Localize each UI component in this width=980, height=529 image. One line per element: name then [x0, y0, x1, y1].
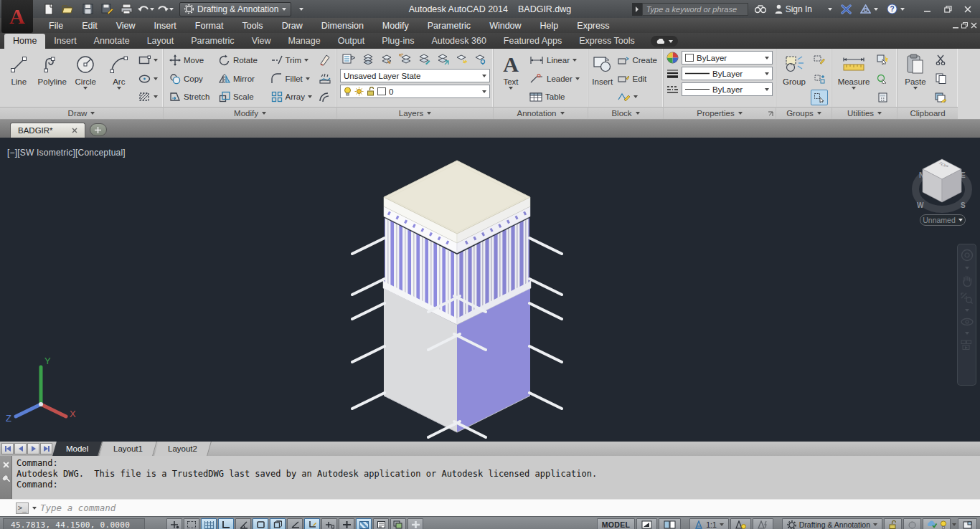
annotation-autoscale-button[interactable] [753, 518, 773, 529]
sign-in-dropdown-arrow[interactable] [828, 8, 832, 11]
help-search-input[interactable] [642, 3, 748, 16]
arc-button[interactable]: Arc [103, 51, 136, 106]
line-button[interactable]: Line [3, 51, 35, 106]
command-input[interactable] [40, 502, 980, 513]
trusted-dwg-icon[interactable] [926, 520, 938, 529]
workspace-switcher[interactable]: Drafting & Annotation [179, 2, 291, 16]
menu-format[interactable]: Format [187, 19, 232, 32]
qat-customize-button[interactable] [293, 2, 310, 16]
layer-previous-button[interactable] [396, 51, 414, 67]
quick-properties-toggle[interactable] [373, 518, 389, 529]
lineweight-display-toggle[interactable] [339, 518, 354, 529]
text-dropdown-arrow[interactable] [509, 87, 513, 90]
doc-minimize-button[interactable] [953, 21, 959, 31]
tab-featured-apps[interactable]: Featured Apps [495, 34, 570, 49]
last-tab-button[interactable] [40, 443, 52, 454]
annotation-scale-button[interactable]: 1:1 [689, 518, 729, 529]
toolbar-lock-button[interactable] [884, 518, 902, 529]
annotation-monitor-toggle[interactable] [407, 518, 423, 529]
model-space-button[interactable]: MODEL [597, 518, 635, 529]
tab-plugins[interactable]: Plug-ins [373, 34, 423, 49]
drawing-canvas[interactable]: [−][SW Isometric][Conceptual] [0, 138, 980, 442]
edit-attributes-button[interactable] [615, 88, 660, 105]
text-button[interactable]: A Text [496, 51, 525, 106]
recent-commands-arrow[interactable] [32, 507, 37, 510]
infer-constraints-toggle[interactable] [166, 518, 182, 529]
transparency-toggle[interactable] [356, 518, 372, 529]
sign-in-button[interactable]: Sign In [773, 4, 834, 14]
paste-dropdown-arrow[interactable] [913, 87, 918, 90]
group-button[interactable]: Group [779, 51, 809, 106]
annotation-visibility-button[interactable] [730, 518, 751, 529]
erase-button[interactable] [316, 52, 334, 67]
application-menu-button[interactable]: A [1, 0, 33, 33]
copy-button[interactable]: Copy [166, 70, 215, 87]
workspace-switching-button[interactable]: Drafting & Annotation [782, 518, 882, 529]
layer-off-button[interactable] [471, 51, 489, 67]
quick-view-layouts-button[interactable] [659, 518, 681, 529]
edit-block-button[interactable]: Edit [615, 70, 660, 87]
offset-button[interactable] [316, 90, 334, 105]
model-tab[interactable]: Model [52, 442, 103, 456]
show-motion-icon[interactable] [961, 340, 973, 350]
stretch-button[interactable]: Stretch [166, 88, 215, 105]
viewcube-preset-button[interactable]: Unnamed [920, 214, 966, 226]
doc-close-button[interactable] [971, 21, 977, 31]
ellipse-button[interactable] [136, 71, 160, 87]
circle-button[interactable]: Circle [70, 51, 102, 106]
minimize-button[interactable] [918, 2, 937, 16]
3d-object-snap-toggle[interactable] [270, 518, 286, 529]
modify-panel-footer[interactable]: Modify [164, 107, 336, 119]
tab-parametric[interactable]: Parametric [182, 34, 242, 49]
cut-button[interactable] [932, 52, 949, 67]
dynamic-ucs-toggle[interactable] [304, 518, 320, 529]
command-close-icon[interactable] [3, 462, 9, 468]
prev-tab-button[interactable] [14, 443, 27, 454]
leader-button[interactable]: Leader [527, 70, 585, 87]
file-tab-close-icon[interactable] [72, 128, 77, 133]
layer-isolate-button[interactable] [415, 51, 433, 67]
menu-edit[interactable]: Edit [73, 19, 106, 32]
layout1-tab[interactable]: Layout1 [100, 442, 157, 456]
properties-panel-footer[interactable]: Properties [664, 107, 776, 119]
hardware-acceleration-button[interactable] [903, 518, 921, 529]
doc-restore-button[interactable] [961, 21, 969, 31]
rectangle-button[interactable] [136, 52, 160, 68]
help-button[interactable]: ? [885, 4, 907, 14]
layout-button[interactable] [636, 518, 657, 529]
search-button[interactable] [753, 4, 768, 14]
new-file-button[interactable] [40, 2, 57, 16]
id-point-button[interactable] [874, 71, 891, 87]
copy-clip-button[interactable] [932, 71, 949, 87]
tab-layout[interactable]: Layout [138, 34, 183, 49]
linear-dimension-button[interactable]: Linear [527, 52, 585, 69]
layer-current-button[interactable] [377, 51, 395, 67]
tab-manage[interactable]: Manage [280, 34, 329, 49]
undo-button[interactable] [137, 2, 154, 16]
restore-button[interactable] [938, 2, 957, 16]
save-button[interactable] [79, 2, 96, 16]
create-block-button[interactable]: Create [615, 52, 660, 69]
object-color-dropdown[interactable]: ByLayer [682, 51, 773, 65]
command-prompt-icon[interactable]: >_ [16, 502, 29, 514]
polyline-button[interactable]: Polyline [37, 51, 69, 106]
menu-draw[interactable]: Draw [273, 19, 311, 32]
groups-panel-footer[interactable]: Groups [776, 107, 831, 119]
zoom-extents-icon[interactable] [961, 292, 973, 304]
grid-display-toggle[interactable] [201, 518, 217, 529]
pan-hand-icon[interactable] [961, 275, 973, 287]
menu-window[interactable]: Window [481, 19, 529, 32]
measure-dropdown-arrow[interactable] [852, 87, 856, 90]
dynamic-input-toggle[interactable] [321, 518, 337, 529]
ortho-mode-toggle[interactable] [218, 518, 234, 529]
quick-select-button[interactable] [874, 52, 891, 67]
circle-dropdown-arrow[interactable] [83, 87, 88, 90]
menu-file[interactable]: File [40, 19, 72, 32]
tray-bulb-icon[interactable] [940, 520, 947, 529]
layer-dropdown[interactable]: 0 [340, 85, 490, 98]
file-tab-badgir[interactable]: BADGIR* [10, 123, 85, 138]
insert-block-button[interactable]: Insert [591, 51, 613, 106]
badgir-3d-model[interactable] [352, 161, 562, 437]
object-snap-toggle[interactable] [253, 518, 268, 529]
layers-panel-footer[interactable]: Layers [337, 107, 493, 119]
